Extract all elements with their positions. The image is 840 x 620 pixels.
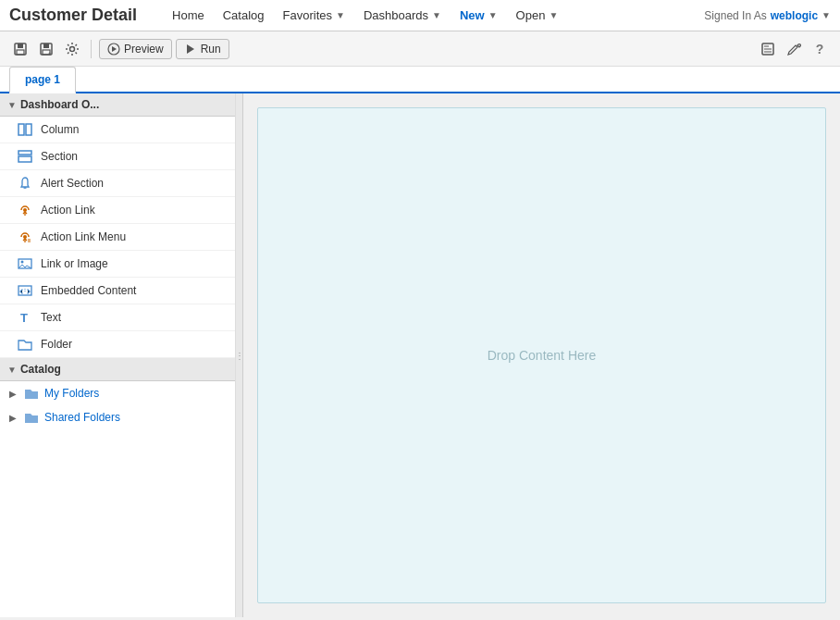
column-icon [17,121,33,138]
sidebar-item-text[interactable]: T Text [0,304,235,331]
sidebar-item-section[interactable]: Section [0,143,235,170]
svg-rect-12 [19,124,24,135]
resize-handle[interactable]: ⋮ [236,93,243,617]
favorites-dropdown-icon: ▼ [336,10,345,20]
nav-home[interactable]: Home [165,5,212,26]
top-nav: Customer Detail Home Catalog Favorites ▼… [0,0,840,31]
settings-icon[interactable] [61,38,83,60]
sidebar-item-link-or-image[interactable]: Link or Image [0,251,235,278]
drop-zone[interactable]: Drop Content Here [257,107,826,603]
svg-rect-1 [18,43,23,48]
open-dropdown-icon: ▼ [549,10,558,20]
sidebar-item-alert-section[interactable]: Alert Section [0,170,235,197]
svg-point-7 [70,46,75,51]
svg-rect-15 [19,156,31,162]
catalog-item-shared-folders[interactable]: ▶ Shared Folders [0,405,235,429]
page-tabs: page 1 [0,67,840,93]
svg-rect-4 [43,43,49,48]
svg-marker-10 [187,44,194,54]
svg-text:T: T [20,311,28,325]
svg-rect-14 [19,151,31,155]
content-area: Drop Content Here [243,93,840,617]
run-button[interactable]: Run [176,39,229,59]
sidebar-item-column[interactable]: Column [0,117,235,143]
nav-dashboards[interactable]: Dashboards ▼ [356,5,449,26]
catalog-collapse-icon: ▼ [7,365,17,375]
section-icon [17,148,33,165]
preview-button[interactable]: Preview [99,39,172,59]
app-title: Customer Detail [9,6,137,25]
svg-rect-13 [26,124,31,135]
catalog-section-header[interactable]: ▼ Catalog [0,358,235,381]
my-folders-expand-icon: ▶ [9,389,17,399]
dashboard-collapse-icon: ▼ [7,100,17,110]
shared-folders-expand-icon: ▶ [9,413,17,423]
sidebar-item-action-link-menu[interactable]: Action Link Menu [0,224,235,251]
embedded-content-icon [17,282,33,299]
nav-new[interactable]: New ▼ [452,5,505,26]
link-image-icon [17,255,33,272]
sidebar-item-folder[interactable]: Folder [0,331,235,358]
sidebar-item-action-link[interactable]: Action Link [0,197,235,224]
nav-favorites[interactable]: Favorites ▼ [276,5,352,26]
tab-page1[interactable]: page 1 [9,67,76,93]
help-icon[interactable]: ? [809,38,831,60]
text-icon: T [17,309,33,326]
sidebar-item-embedded-content[interactable]: Embedded Content [0,278,235,304]
svg-text:+: + [48,50,52,56]
nav-open[interactable]: Open ▼ [509,5,566,26]
drop-zone-text: Drop Content Here [488,348,597,363]
toolbar: + Preview Run ? [0,31,840,67]
save-as-icon[interactable]: + [35,38,57,60]
action-link-icon [17,202,33,218]
folder-icon [17,336,33,353]
alert-section-icon [17,175,33,192]
svg-marker-9 [112,46,117,52]
save-icon[interactable] [9,38,31,60]
toolbar-sep-1 [91,40,92,58]
svg-point-24 [21,261,24,264]
action-link-menu-icon [17,229,33,245]
dashboard-section-header[interactable]: ▼ Dashboard O... [0,93,235,117]
username[interactable]: weblogic [771,9,818,22]
main-layout: ▼ Dashboard O... Column Section Alert Se… [0,93,840,617]
new-dropdown-icon: ▼ [488,10,498,20]
save-icon-right[interactable] [757,38,779,60]
nav-catalog[interactable]: Catalog [216,5,272,26]
dashboards-dropdown-icon: ▼ [432,10,441,20]
username-dropdown-icon: ▼ [821,10,831,20]
signed-in-area: Signed In As weblogic ▼ [704,9,831,22]
sidebar: ▼ Dashboard O... Column Section Alert Se… [0,93,236,617]
edit-icon[interactable] [783,38,805,60]
catalog-item-my-folders[interactable]: ▶ My Folders [0,381,235,405]
nav-items: Home Catalog Favorites ▼ Dashboards ▼ Ne… [165,5,704,26]
